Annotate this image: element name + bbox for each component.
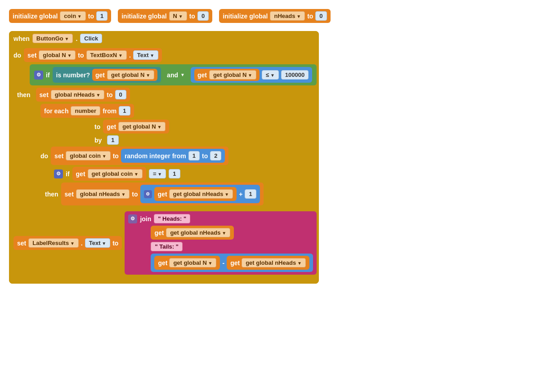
rnd-from[interactable]: 1 [188, 151, 200, 160]
join-tails-row: " Tails: " [151, 242, 313, 251]
nHeads-var[interactable]: nHeads [270, 11, 305, 21]
global-N-var-2[interactable]: get global N [209, 70, 256, 80]
set-nHeads-plus-label: set [65, 191, 74, 198]
nHeads-value[interactable]: 0 [315, 11, 327, 21]
is-number-label: is number? [56, 71, 90, 79]
and-block[interactable]: and [164, 70, 188, 80]
nHeads-minus-var[interactable]: get global nHeads [242, 258, 306, 267]
foreach-block[interactable]: for each number from 1 [40, 104, 134, 118]
set-nHeads-to: to [107, 91, 112, 98]
from-val[interactable]: 1 [119, 106, 130, 116]
foreach-label: for each [44, 107, 68, 115]
eq-op[interactable]: = [149, 169, 166, 178]
foreach-to-row: to get get global N [94, 120, 317, 134]
set-nHeads-0-block[interactable]: set global nHeads to 0 [36, 88, 130, 102]
join-nHeads-row: get get global nHeads [151, 226, 313, 240]
foreach-var[interactable]: number [71, 106, 100, 116]
random-int-block[interactable]: random integer from 1 to 2 [121, 149, 225, 163]
set-label-to: to [112, 240, 118, 247]
do-label-foreach: do [40, 152, 48, 160]
init-nHeads-block[interactable]: initialize global nHeads to 0 [219, 9, 330, 23]
do-label: do [13, 52, 21, 59]
set-coin-to: to [113, 152, 119, 160]
set-N-var[interactable]: global N [39, 50, 76, 60]
nHeads-var-2[interactable]: global nHeads [51, 90, 105, 99]
set-nHeads-plus-block[interactable]: set global nHeads to ⚙ get get global nH… [61, 183, 264, 205]
N-minus-var[interactable]: get global N [169, 258, 216, 267]
join-block[interactable]: ⚙ join " Heads: " get get global nHeads … [125, 211, 316, 275]
foreach-by-row: by 1 [94, 135, 317, 145]
zero-value[interactable]: 0 [115, 90, 126, 99]
get-label-3: get [158, 191, 167, 198]
then-label-2: then [45, 191, 58, 198]
N-value[interactable]: 0 [197, 11, 209, 21]
N-var[interactable]: N [169, 11, 187, 21]
lte-op[interactable]: ≤ [262, 70, 279, 80]
do-body: do set global N to TextBoxN . Text ⚙ if [9, 46, 319, 277]
nHeads-var-3[interactable]: global nHeads [76, 189, 130, 199]
global-coin-var[interactable]: get global coin [88, 169, 143, 178]
is-number-block[interactable]: is number? get get global N [53, 67, 161, 83]
then-row: then set global nHeads to 0 [13, 88, 317, 102]
set-label-block[interactable]: set LabelResults . Text to [13, 236, 122, 250]
get-N-block-if[interactable]: get get global N [92, 69, 157, 81]
label-results-var[interactable]: LabelResults [28, 238, 79, 248]
set-N-block[interactable]: set global N to TextBoxN . Text [24, 48, 162, 62]
one-value[interactable]: 1 [169, 169, 180, 178]
set-nHeads-plus-to: to [132, 191, 138, 198]
one-value-2[interactable]: 1 [245, 189, 256, 199]
get-nHeads-minus[interactable]: get get global nHeads [227, 256, 309, 270]
when-label: when [13, 35, 30, 42]
global-N-foreach[interactable]: get global N [118, 122, 166, 131]
when-do-container: when ButtonGo . Click do set global N to… [9, 31, 319, 284]
if-coin-row: ⚙ if get get global coin = 1 [54, 167, 317, 181]
nHeads-plus-1-block[interactable]: ⚙ get get global nHeads + 1 [140, 185, 260, 203]
init-N-block[interactable]: initialize global N to 0 [118, 9, 212, 23]
global-N-var-1[interactable]: get global N [107, 70, 154, 80]
text-prop[interactable]: Text [133, 50, 158, 60]
init-coin-block[interactable]: initialize global coin to 1 [9, 9, 111, 23]
init-coin-to: to [88, 13, 94, 20]
if-green-block[interactable]: ⚙ if is number? get get global N and [30, 64, 317, 85]
set-nHeads-label: set [40, 91, 49, 98]
get-label-coin: get [76, 170, 85, 178]
if-label-2: if [66, 170, 70, 178]
nHeads-join-var[interactable]: get global nHeads [166, 228, 230, 237]
hundred-k-value[interactable]: 100000 [281, 70, 309, 80]
rnd-to[interactable]: 2 [210, 151, 221, 160]
coin-var[interactable]: coin [60, 11, 85, 21]
textboxN-var[interactable]: TextBoxN [86, 50, 127, 60]
dot3-label: . [81, 240, 83, 247]
get-N-block-if2[interactable]: get get global N [194, 69, 260, 81]
coin-value[interactable]: 1 [96, 11, 107, 21]
get-label-nHeads-minus: get [230, 259, 240, 267]
workspace: initialize global coin to 1 initialize g… [9, 9, 546, 284]
when-header: when ButtonGo . Click [9, 31, 319, 46]
N-minus-nHeads-block[interactable]: get get global N - get get global nHeads [151, 254, 313, 272]
foreach-do-row: do set global coin to random integer fro… [40, 147, 317, 165]
get-N-minus[interactable]: get get global N [154, 256, 220, 270]
click-label[interactable]: Click [80, 34, 102, 43]
nHeads-var-inner[interactable]: get global nHeads [169, 189, 233, 199]
get-nHeads-inner[interactable]: get get global nHeads [154, 187, 237, 201]
gear-icon-if: ⚙ [34, 71, 43, 80]
set-coin-block[interactable]: set global coin to random integer from 1… [51, 147, 228, 165]
dot2-label: . [129, 52, 131, 59]
gear-icon-2: ⚙ [54, 169, 63, 178]
get-coin-block[interactable]: get get global coin [72, 167, 146, 181]
coin-var-foreach[interactable]: global coin [66, 151, 110, 160]
join-header-row: ⚙ join " Heads: " [128, 214, 313, 223]
tails-str[interactable]: " Tails: " [151, 242, 183, 251]
by-val[interactable]: 1 [107, 135, 118, 145]
button-go-var[interactable]: ButtonGo [32, 34, 73, 43]
to-label-foreach: to [94, 123, 100, 130]
get-N-foreach[interactable]: get get global N [103, 120, 169, 134]
set-N-label: set [27, 52, 36, 59]
then-label: then [17, 91, 31, 98]
random-label: random integer from [125, 152, 186, 160]
init-N-to: to [189, 13, 195, 20]
get-nHeads-join[interactable]: get get global nHeads [151, 226, 234, 240]
heads-str[interactable]: " Heads: " [154, 214, 190, 223]
text-prop-2[interactable]: Text [85, 238, 110, 248]
N-lte-block[interactable]: get get global N ≤ 100000 [191, 67, 312, 83]
